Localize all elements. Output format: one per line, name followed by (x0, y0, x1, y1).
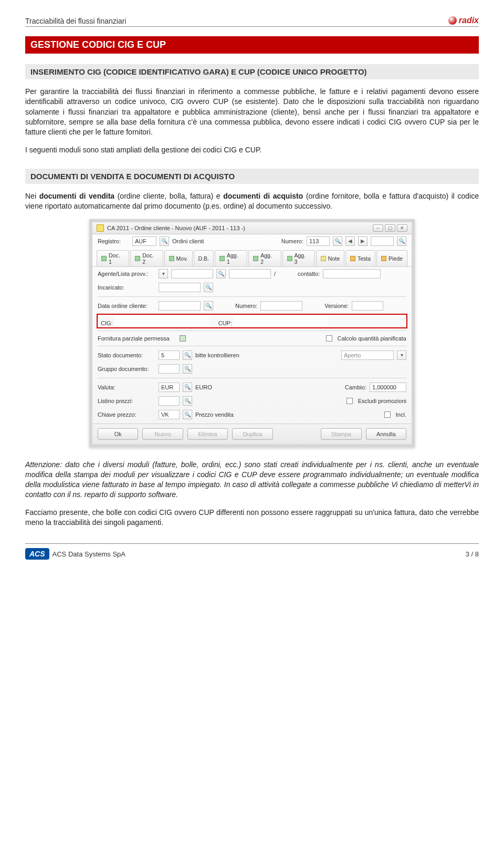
label-stato: Stato documento: (98, 352, 155, 358)
tab-agg3[interactable]: Agg. 3 (282, 250, 315, 266)
row-chiave: Chiave prezzo: VK 🔍 Prezzo vendita Incl. (92, 408, 412, 421)
cig-cup-highlight: CIG: CUP: (97, 314, 407, 328)
label-incl: Incl. (396, 411, 406, 418)
row-gruppo: Gruppo documento: 🔍 (92, 362, 412, 376)
lookup-icon[interactable]: 🔍 (216, 269, 226, 278)
elimina-button[interactable]: Elimina (187, 428, 228, 440)
input-numero[interactable]: 113 (307, 236, 330, 246)
input-cambio[interactable]: 1,000000 (370, 383, 406, 392)
row-stato: Stato documento: 5 🔍 bitte kontrollieren… (92, 348, 412, 362)
section-heading-documents: DOCUMENTI DI VENDITA E DOCUMENTI DI ACQU… (25, 169, 479, 184)
paragraph-attenzione: Attenzione: dato che i diversi moduli (f… (25, 460, 479, 500)
input-chiave[interactable]: VK (159, 410, 180, 419)
lookup-icon[interactable]: 🔍 (183, 396, 192, 406)
tab-icon (219, 256, 225, 261)
section-heading-main: GESTIONE CODICI CIG E CUP (25, 36, 479, 54)
input-data-ordine[interactable] (159, 301, 201, 311)
input-extra[interactable] (371, 236, 394, 246)
input-aperto[interactable]: Aperto (341, 350, 394, 360)
annulla-button[interactable]: Annulla (366, 428, 406, 440)
checkbox-fornitura[interactable] (180, 335, 186, 342)
lookup-icon[interactable]: 🔍 (183, 364, 192, 374)
footer-page-number: 3 / 8 (466, 550, 479, 558)
tab-note[interactable]: Note (316, 250, 344, 266)
calendar-icon[interactable]: 🔍 (204, 301, 213, 311)
input-stato[interactable]: 5 (159, 350, 180, 360)
checkbox-incl[interactable] (384, 411, 391, 418)
input-gruppo[interactable] (159, 364, 180, 374)
lookup-icon[interactable]: 🔍 (183, 350, 192, 360)
lookup-icon[interactable]: 🔍 (204, 283, 213, 292)
checkbox-escludi[interactable] (346, 398, 353, 404)
label-listino: Listino prezzi: (98, 398, 155, 404)
row-agente: Agente/Lista provv.: ▾ 🔍 / contatto: (92, 267, 412, 281)
tab-icon (287, 256, 292, 261)
label-cig: CIG: (101, 320, 113, 326)
label-gruppo: Gruppo documento: (98, 366, 155, 372)
lookup-icon[interactable]: 🔍 (183, 383, 192, 392)
dropdown-icon[interactable]: ▾ (159, 269, 168, 278)
input-agente2[interactable] (229, 269, 271, 278)
input-cup[interactable] (234, 316, 328, 325)
input-numero2[interactable] (260, 301, 302, 311)
row-valuta: Valuta: EUR 🔍 EURO Cambio: 1,000000 (92, 380, 412, 394)
checkbox-calcolo[interactable] (326, 335, 332, 342)
row-listino: Listino prezzi: 🔍 Escludi promozioni (92, 394, 412, 408)
tab-doc1[interactable]: Doc. 1 (97, 250, 129, 266)
input-agente[interactable] (171, 269, 213, 278)
next-icon[interactable]: ▶ (358, 236, 368, 246)
input-contatto[interactable] (323, 269, 381, 278)
label-valuta: Valuta: (98, 384, 155, 390)
paragraph-intro: Per garantire la tracciabilità dei fluss… (25, 87, 479, 138)
paragraph-documents: Nei documenti di vendita (ordine cliente… (25, 191, 479, 212)
stampa-button[interactable]: Stampa (321, 428, 361, 440)
duplica-button[interactable]: Duplica (232, 428, 272, 440)
tab-icon (253, 256, 258, 261)
label-escludi: Escludi promozioni (358, 398, 406, 404)
prev-icon[interactable]: ◀ (345, 236, 355, 246)
tab-testa[interactable]: Testa (345, 250, 375, 266)
tab-agg2[interactable]: Agg. 2 (248, 250, 281, 266)
tab-icon (169, 256, 174, 261)
label-registro: Registro: (98, 238, 129, 244)
page-header: Tracciabilità dei flussi finanziari radi… (25, 16, 479, 27)
ok-button[interactable]: Ok (98, 428, 138, 440)
row-incaricato: Incaricato: 🔍 (92, 281, 412, 294)
label-cambio: Cambio: (345, 384, 366, 390)
label-calcolo: Calcolo quantità pianificata (338, 335, 406, 342)
tab-mov[interactable]: Mov. (164, 250, 193, 266)
row-fornitura: Fornitura parziale permessa Calcolo quan… (92, 333, 412, 344)
input-registro[interactable]: AUF (132, 236, 156, 246)
footer-brand-badge: ACS (25, 548, 49, 560)
label-agente: Agente/Lista provv.: (98, 271, 155, 277)
window-controls: – ▢ ✕ (373, 224, 407, 232)
close-button[interactable]: ✕ (397, 224, 407, 232)
lookup-icon[interactable]: 🔍 (160, 236, 169, 246)
row-registro: Registro: AUF 🔍 Ordini clienti Numero: 1… (92, 234, 412, 248)
lookup-icon[interactable]: 🔍 (183, 410, 192, 419)
nuovo-button[interactable]: Nuovo (142, 428, 183, 440)
input-valuta[interactable]: EUR (159, 383, 180, 392)
input-incaricato[interactable] (159, 283, 201, 292)
tab-doc2[interactable]: Doc. 2 (130, 250, 163, 266)
input-versione[interactable] (352, 301, 383, 311)
registro-desc: Ordini clienti (172, 238, 204, 244)
paragraph-final: Facciamo presente, che bolle con codici … (25, 508, 479, 528)
label-contatto: contatto: (298, 271, 320, 277)
maximize-button[interactable]: ▢ (385, 224, 395, 232)
lookup-icon[interactable]: 🔍 (397, 236, 406, 246)
label-fornitura: Fornitura parziale permessa (98, 335, 176, 342)
input-listino[interactable] (159, 396, 180, 406)
tab-db[interactable]: D.B. (194, 250, 214, 266)
app-title: CA 2011 - Ordine cliente - Nuovo (AUF - … (107, 225, 245, 231)
dropdown-icon[interactable]: ▾ (397, 350, 406, 360)
lookup-icon[interactable]: 🔍 (333, 236, 342, 246)
tab-agg1[interactable]: Agg. 1 (215, 250, 247, 266)
tab-piede[interactable]: Piede (376, 250, 407, 266)
input-cig[interactable] (114, 316, 209, 325)
tab-icon (101, 256, 107, 261)
label-incaricato: Incaricato: (98, 284, 155, 291)
minimize-button[interactable]: – (373, 224, 383, 232)
stato-desc: bitte kontrollieren (195, 352, 239, 358)
tab-strip: Doc. 1 Doc. 2 Mov. D.B. Agg. 1 Agg. 2 Ag… (92, 248, 412, 267)
